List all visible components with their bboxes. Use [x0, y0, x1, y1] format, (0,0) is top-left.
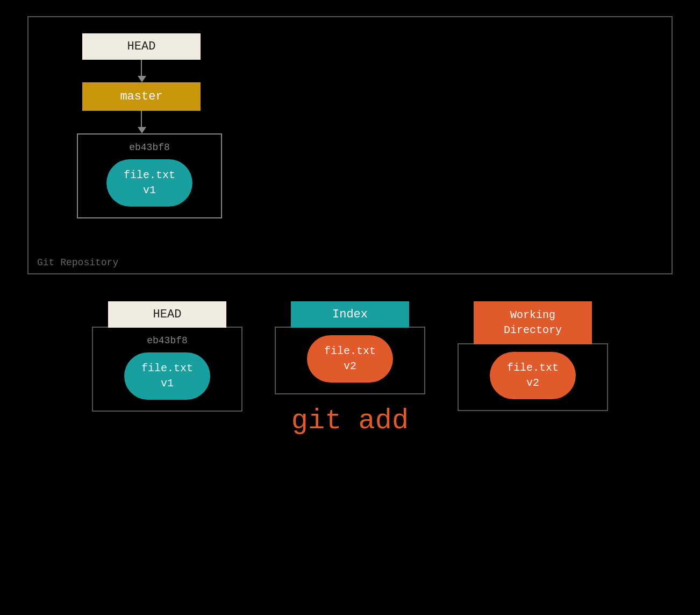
blob-index-line1: file.txt [324, 345, 376, 357]
master-box: master [82, 82, 201, 111]
bottom-col-index: Index file.txt v2 git add [275, 301, 425, 437]
workdir-label: Working Directory [474, 301, 592, 344]
head-box-top: HEAD [82, 33, 201, 60]
blob-head-bottom-line2: v1 [161, 377, 174, 390]
blob-top-line1: file.txt [124, 169, 175, 181]
blob-head-bottom-line1: file.txt [141, 362, 193, 374]
head-label-top: HEAD [127, 40, 156, 53]
blob-index: file.txt v2 [307, 335, 393, 383]
commit-hash-top: eb43bf8 [129, 142, 170, 153]
blob-workdir-line2: v2 [526, 377, 539, 389]
index-panel: file.txt v2 [275, 327, 425, 394]
bottom-section: HEAD eb43bf8 file.txt v1 Index file.txt … [27, 301, 673, 437]
connector-head-master [141, 60, 142, 76]
blob-top-line2: v1 [143, 184, 156, 196]
git-add-label: git add [291, 405, 409, 437]
blob-head-bottom: file.txt v1 [124, 352, 210, 400]
arrow-master-commit [138, 127, 146, 133]
connector-master-commit [141, 111, 142, 127]
blob-workdir: file.txt v2 [490, 352, 576, 399]
commit-box-top: eb43bf8 file.txt v1 [77, 133, 222, 218]
head-panel-bottom: eb43bf8 file.txt v1 [92, 327, 242, 412]
workdir-label-line2: Directory [504, 324, 562, 336]
index-label: Index [291, 301, 409, 328]
head-label-bottom: HEAD [108, 301, 226, 328]
master-label: master [120, 90, 162, 103]
blob-top: file.txt v1 [106, 159, 192, 207]
arrow-head-master [138, 76, 146, 82]
bottom-col-workdir: Working Directory file.txt v2 [458, 301, 608, 411]
blob-index-line2: v2 [344, 360, 356, 372]
bottom-col-head: HEAD eb43bf8 file.txt v1 [92, 301, 242, 412]
workdir-label-line1: Working [510, 309, 555, 321]
git-repository-container: HEAD master eb43bf8 file.txt v1 Git Repo… [27, 16, 673, 274]
workdir-panel: file.txt v2 [458, 343, 608, 411]
commit-hash-bottom-head: eb43bf8 [147, 335, 188, 346]
git-repo-label: Git Repository [37, 257, 118, 268]
blob-workdir-line1: file.txt [507, 362, 559, 374]
